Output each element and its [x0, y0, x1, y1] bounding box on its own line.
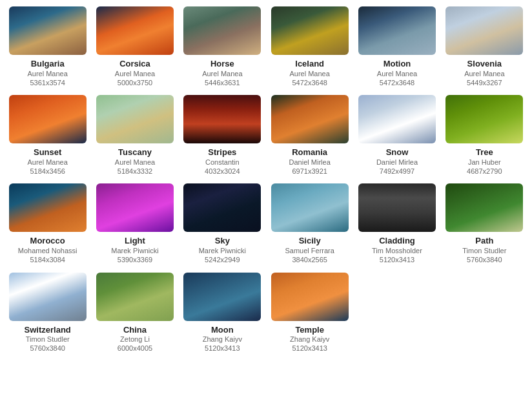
item-size-motion: 5472x3648: [380, 78, 414, 87]
thumbnail-path: [445, 183, 523, 232]
item-title-china: China: [123, 325, 147, 335]
thumbnail-romania: [271, 95, 349, 143]
list-item[interactable]: Stripes Constantin 4032x3024: [181, 95, 263, 176]
item-author-iceland: Aurel Manea: [289, 69, 329, 78]
item-size-slovenia: 5449x3267: [467, 78, 502, 87]
item-title-light: Light: [125, 236, 145, 246]
list-item[interactable]: Snow Daniel Mirlea 7492x4997: [356, 95, 438, 176]
item-title-corsica: Corsica: [119, 59, 150, 69]
item-author-snow: Daniel Mirlea: [376, 158, 418, 167]
item-title-snow: Snow: [386, 147, 409, 158]
list-item[interactable]: Tuscany Aurel Manea 5184x3332: [94, 95, 176, 176]
item-title-tree: Tree: [476, 147, 493, 158]
item-author-motion: Aurel Manea: [377, 69, 417, 78]
list-item[interactable]: Motion Aurel Manea 5472x3648: [356, 6, 438, 87]
item-author-path: Timon Studler: [462, 246, 506, 255]
item-size-tuscany: 5184x3332: [118, 167, 152, 176]
thumbnail-snow: [358, 95, 436, 143]
list-item[interactable]: Sunset Aurel Manea 5184x3456: [6, 95, 88, 176]
list-item[interactable]: Morocco Mohamed Nohassi 5184x3084: [6, 183, 88, 264]
list-item[interactable]: Switzerland Timon Studler 5760x3840: [6, 273, 88, 353]
thumbnail-china: [96, 273, 174, 321]
item-author-sicily: Samuel Ferrara: [285, 246, 334, 255]
item-size-light: 5390x3369: [118, 255, 152, 264]
list-item[interactable]: Horse Aurel Manea 5446x3631: [181, 6, 263, 87]
thumbnail-light: [96, 183, 174, 232]
thumbnail-switzerland: [9, 273, 87, 321]
item-title-slovenia: Slovenia: [467, 59, 502, 69]
list-item[interactable]: Sky Marek Piwnicki 5242x2949: [181, 183, 263, 264]
item-size-snow: 7492x4997: [380, 167, 414, 176]
list-item[interactable]: Romania Daniel Mirlea 6971x3921: [269, 95, 351, 176]
item-size-sicily: 3840x2565: [292, 255, 327, 264]
thumbnail-corsica: [96, 6, 174, 55]
thumbnail-temple: [271, 273, 349, 321]
item-author-light: Marek Piwnicki: [111, 246, 158, 255]
item-author-corsica: Aurel Manea: [115, 69, 155, 78]
item-author-cladding: Tim Mossholder: [372, 246, 422, 255]
list-item[interactable]: Temple Zhang Kaiyv 5120x3413: [269, 273, 351, 353]
item-title-sky: Sky: [215, 236, 230, 246]
list-item[interactable]: Light Marek Piwnicki 5390x3369: [94, 183, 176, 264]
item-size-cladding: 5120x3413: [380, 255, 414, 264]
item-author-horse: Aurel Manea: [202, 69, 242, 78]
list-item[interactable]: Corsica Aurel Manea 5000x3750: [94, 6, 176, 87]
item-author-moon: Zhang Kaiyv: [203, 335, 242, 344]
item-size-temple: 5120x3413: [292, 344, 327, 353]
item-size-tree: 4687x2790: [467, 167, 502, 176]
list-item[interactable]: Slovenia Aurel Manea 5449x3267: [444, 6, 526, 87]
thumbnail-stripes: [183, 95, 261, 143]
thumbnail-cladding: [358, 183, 436, 232]
item-size-iceland: 5472x3648: [292, 78, 327, 87]
item-author-temple: Zhang Kaiyv: [290, 335, 329, 344]
list-item[interactable]: Moon Zhang Kaiyv 5120x3413: [181, 273, 263, 353]
item-title-sicily: Sicily: [299, 236, 321, 246]
item-size-romania: 6971x3921: [292, 167, 327, 176]
thumbnail-moon: [183, 273, 261, 321]
item-author-sky: Marek Piwnicki: [199, 246, 246, 255]
item-size-sunset: 5184x3456: [30, 167, 65, 176]
thumbnail-sunset: [9, 95, 87, 143]
item-author-tree: Jan Huber: [468, 158, 501, 167]
item-title-motion: Motion: [384, 59, 411, 69]
item-title-romania: Romania: [292, 147, 327, 158]
item-title-temple: Temple: [295, 325, 324, 335]
item-title-stripes: Stripes: [208, 147, 236, 158]
item-author-stripes: Constantin: [205, 158, 240, 167]
item-title-path: Path: [475, 236, 493, 246]
thumbnail-slovenia: [445, 6, 523, 55]
item-size-china: 6000x4005: [118, 344, 152, 353]
thumbnail-sicily: [271, 183, 349, 232]
item-size-bulgaria: 5361x3574: [30, 78, 65, 87]
item-author-tuscany: Aurel Manea: [115, 158, 155, 167]
item-author-china: Zetong Li: [120, 335, 150, 344]
item-title-switzerland: Switzerland: [25, 325, 71, 335]
item-title-bulgaria: Bulgaria: [31, 59, 65, 69]
list-item[interactable]: Path Timon Studler 5760x3840: [444, 183, 526, 264]
item-author-slovenia: Aurel Manea: [464, 69, 504, 78]
item-title-cladding: Cladding: [379, 236, 415, 246]
item-title-moon: Moon: [211, 325, 234, 335]
list-item[interactable]: China Zetong Li 6000x4005: [94, 273, 176, 353]
list-item[interactable]: Bulgaria Aurel Manea 5361x3574: [6, 6, 88, 87]
item-size-sky: 5242x2949: [205, 255, 240, 264]
item-author-morocco: Mohamed Nohassi: [18, 246, 77, 255]
list-item[interactable]: Sicily Samuel Ferrara 3840x2565: [269, 183, 351, 264]
item-size-morocco: 5184x3084: [30, 255, 65, 264]
item-title-morocco: Morocco: [30, 236, 65, 246]
list-item[interactable]: Tree Jan Huber 4687x2790: [444, 95, 526, 176]
item-title-sunset: Sunset: [34, 147, 61, 158]
item-title-tuscany: Tuscany: [118, 147, 152, 158]
item-size-corsica: 5000x3750: [118, 78, 152, 87]
thumbnail-morocco: [9, 183, 87, 232]
thumbnail-horse: [183, 6, 261, 55]
item-size-path: 5760x3840: [467, 255, 502, 264]
list-item[interactable]: Iceland Aurel Manea 5472x3648: [269, 6, 351, 87]
thumbnail-tree: [445, 95, 523, 143]
item-size-stripes: 4032x3024: [205, 167, 240, 176]
photo-grid: Bulgaria Aurel Manea 5361x3574 Corsica A…: [6, 6, 526, 353]
item-author-romania: Daniel Mirlea: [289, 158, 331, 167]
thumbnail-tuscany: [96, 95, 174, 143]
thumbnail-bulgaria: [9, 6, 87, 55]
list-item[interactable]: Cladding Tim Mossholder 5120x3413: [356, 183, 438, 264]
